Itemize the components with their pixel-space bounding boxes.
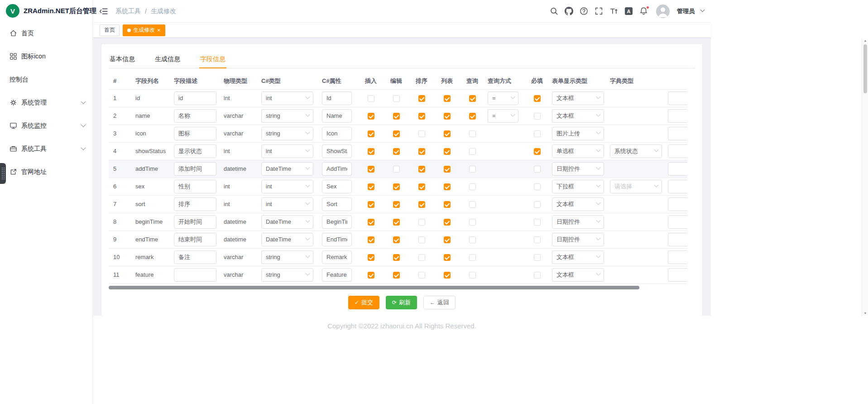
list-checkbox[interactable] [444, 254, 451, 261]
sort-checkbox[interactable] [418, 148, 425, 155]
column-description-input[interactable] [174, 109, 216, 123]
scroll-up-arrow[interactable]: ▲ [862, 38, 868, 43]
query-type-select[interactable]: = [488, 109, 518, 123]
dict-type-select[interactable]: 系统状态 [610, 144, 662, 158]
edit-checkbox[interactable] [393, 130, 400, 137]
csharp-property-input[interactable] [322, 215, 352, 229]
required-checkbox[interactable] [534, 219, 541, 226]
github-icon[interactable] [565, 7, 573, 15]
csharp-property-input[interactable] [322, 250, 352, 264]
submit-button[interactable]: ✓ 提交 [348, 296, 379, 309]
sidebar-item-system-monitor[interactable]: 系统监控 [0, 114, 92, 137]
csharp-type-select[interactable]: DateTime [261, 233, 313, 246]
display-type-select[interactable]: 文本框 [552, 109, 604, 123]
csharp-type-select[interactable]: string [261, 109, 313, 123]
required-checkbox[interactable] [534, 254, 541, 261]
required-checkbox[interactable] [534, 236, 541, 243]
sort-checkbox[interactable] [418, 272, 425, 279]
display-type-select[interactable]: 单选框 [552, 144, 604, 158]
extra-input[interactable] [668, 144, 687, 158]
list-checkbox[interactable] [444, 130, 451, 137]
column-description-input[interactable] [174, 180, 216, 193]
edit-checkbox[interactable] [393, 113, 400, 120]
query-checkbox[interactable] [469, 95, 476, 102]
extra-input[interactable] [668, 233, 687, 246]
close-icon[interactable]: × [157, 27, 161, 33]
query-checkbox[interactable] [469, 166, 476, 173]
fullscreen-icon[interactable] [595, 7, 603, 15]
extra-input[interactable] [668, 109, 687, 123]
csharp-property-input[interactable] [322, 127, 352, 140]
tag-home[interactable]: 首页 [100, 24, 120, 36]
avatar[interactable] [656, 5, 670, 18]
font-size-icon[interactable] [609, 7, 618, 15]
edit-checkbox[interactable] [393, 148, 400, 155]
tab-basic-info[interactable]: 基本信息 [109, 50, 136, 68]
extra-input[interactable] [668, 197, 687, 211]
csharp-property-input[interactable] [322, 109, 352, 123]
list-checkbox[interactable] [444, 272, 451, 279]
list-checkbox[interactable] [444, 166, 451, 173]
required-checkbox[interactable] [534, 95, 541, 102]
column-description-input[interactable] [174, 233, 216, 246]
list-checkbox[interactable] [444, 113, 451, 120]
breadcrumb-item[interactable]: 系统工具 [115, 7, 141, 15]
sidebar-item-system-tools[interactable]: 系统工具 [0, 137, 92, 160]
insert-checkbox[interactable] [368, 113, 374, 120]
edit-checkbox[interactable] [393, 183, 400, 190]
sidebar-item-system-manage[interactable]: 系统管理 [0, 91, 92, 114]
query-checkbox[interactable] [469, 254, 476, 261]
column-description-input[interactable] [174, 215, 216, 229]
sidebar-item-home[interactable]: 首页 [0, 22, 92, 45]
csharp-type-select[interactable]: int [261, 197, 313, 211]
required-checkbox[interactable] [534, 183, 541, 190]
csharp-type-select[interactable]: string [261, 250, 313, 264]
insert-checkbox[interactable] [368, 236, 374, 243]
sort-checkbox[interactable] [418, 201, 425, 208]
insert-checkbox[interactable] [368, 130, 374, 137]
required-checkbox[interactable] [534, 272, 541, 279]
dict-type-select[interactable]: 请选择 [610, 180, 662, 193]
sort-checkbox[interactable] [418, 254, 425, 261]
scroll-down-arrow[interactable]: ▼ [862, 311, 868, 316]
horizontal-scrollbar-thumb[interactable] [109, 286, 639, 289]
tag-active[interactable]: 生成修改 × [123, 24, 165, 36]
help-icon[interactable] [580, 7, 588, 15]
csharp-property-input[interactable] [322, 180, 352, 193]
display-type-select[interactable]: 文本框 [552, 268, 604, 282]
insert-checkbox[interactable] [368, 272, 374, 279]
list-checkbox[interactable] [444, 183, 451, 190]
chevron-down-icon[interactable] [700, 8, 705, 12]
edit-checkbox[interactable] [393, 236, 400, 243]
language-icon[interactable]: A [624, 7, 633, 15]
csharp-type-select[interactable]: DateTime [261, 162, 313, 176]
column-description-input[interactable] [174, 268, 216, 282]
extra-input[interactable] [668, 180, 687, 193]
display-type-select[interactable]: 日期控件 [552, 162, 604, 176]
column-description-input[interactable] [174, 162, 216, 176]
query-checkbox[interactable] [469, 183, 476, 190]
insert-checkbox[interactable] [368, 148, 374, 155]
extra-input[interactable] [668, 91, 687, 105]
sidebar-item-icons[interactable]: 图标icon [0, 45, 92, 68]
required-checkbox[interactable] [534, 166, 541, 173]
query-type-select[interactable]: = [488, 91, 518, 105]
tab-gen-info[interactable]: 生成信息 [154, 50, 181, 68]
required-checkbox[interactable] [534, 201, 541, 208]
extra-input[interactable] [668, 215, 687, 229]
insert-checkbox[interactable] [368, 166, 374, 173]
extra-input[interactable] [668, 250, 687, 264]
required-checkbox[interactable] [534, 130, 541, 137]
sort-checkbox[interactable] [418, 95, 425, 102]
display-type-select[interactable]: 文本框 [552, 91, 604, 105]
list-checkbox[interactable] [444, 236, 451, 243]
edit-checkbox[interactable] [393, 95, 400, 102]
list-checkbox[interactable] [444, 219, 451, 226]
csharp-property-input[interactable] [322, 268, 352, 282]
column-description-input[interactable] [174, 197, 216, 211]
sidebar-item-website[interactable]: 官网地址 [0, 160, 92, 183]
insert-checkbox[interactable] [368, 183, 374, 190]
column-description-input[interactable] [174, 91, 216, 105]
csharp-property-input[interactable] [322, 233, 352, 246]
tab-field-info[interactable]: 字段信息 [199, 50, 226, 68]
